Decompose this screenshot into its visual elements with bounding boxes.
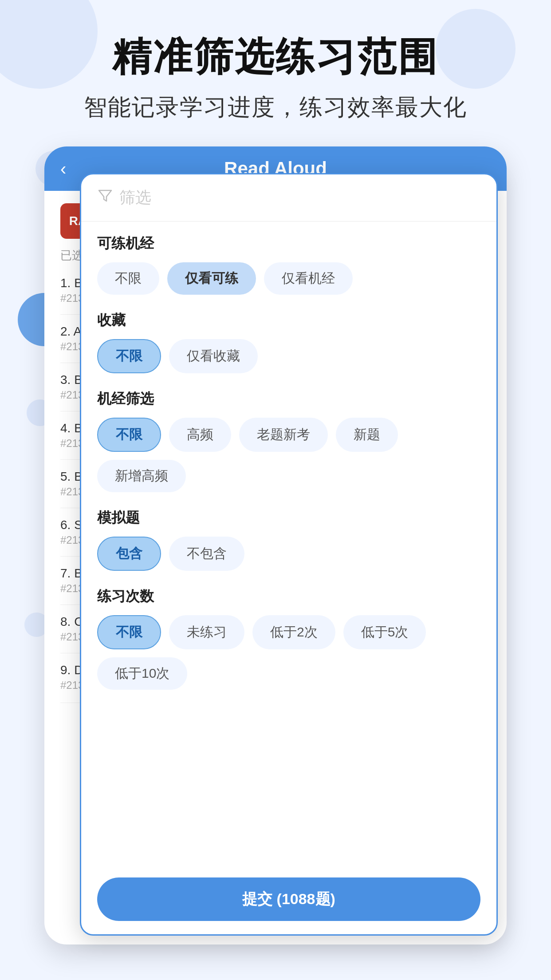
header-section: 精准筛选练习范围 智能记录学习进度，练习效率最大化 (0, 36, 551, 123)
option-kexun-only-jijing[interactable]: 仅看机经 (264, 262, 353, 295)
option-lianxi-unpracticed[interactable]: 未练习 (169, 615, 244, 649)
section-title-lianxi: 练习次数 (97, 587, 480, 606)
option-kexun-only-practice[interactable]: 仅看可练 (167, 262, 256, 295)
option-kexun-unlimited[interactable]: 不限 (97, 262, 159, 295)
options-shoucang: 不限 仅看收藏 (97, 339, 480, 373)
option-moni-include[interactable]: 包含 (97, 537, 161, 571)
option-shoucang-unlimited[interactable]: 不限 (97, 339, 161, 373)
filter-header: 筛选 (81, 174, 496, 221)
option-jijing-gaopian[interactable]: 高频 (169, 418, 231, 452)
options-moni: 包含 不包含 (97, 537, 480, 571)
filter-section-lianxi: 练习次数 不限 未练习 低于2次 低于5次 低于10次 (97, 587, 480, 690)
submit-area: 提交 (1088题) (81, 867, 496, 934)
section-title-jijing: 机经筛选 (97, 389, 480, 409)
filter-section-jijing: 机经筛选 不限 高频 老题新考 新题 新增高频 (97, 389, 480, 492)
option-shoucang-only-saved[interactable]: 仅看收藏 (169, 339, 258, 373)
section-title-kexun: 可练机经 (97, 234, 480, 253)
filter-section-shoucang: 收藏 不限 仅看收藏 (97, 311, 480, 373)
option-lianxi-lt10[interactable]: 低于10次 (97, 657, 187, 690)
section-title-moni: 模拟题 (97, 508, 480, 528)
option-lianxi-lt5[interactable]: 低于5次 (343, 615, 426, 649)
filter-title-label: 筛选 (119, 187, 151, 209)
filter-section-kexun: 可练机经 不限 仅看可练 仅看机经 (97, 234, 480, 295)
options-kexun: 不限 仅看可练 仅看机经 (97, 262, 480, 295)
option-jijing-xinzeng[interactable]: 新增高频 (97, 460, 186, 492)
option-jijing-unlimited[interactable]: 不限 (97, 418, 161, 452)
options-lianxi: 不限 未练习 低于2次 低于5次 低于10次 (97, 615, 480, 690)
main-title: 精准筛选练习范围 (35, 36, 516, 79)
filter-icon (97, 188, 113, 208)
option-lianxi-unlimited[interactable]: 不限 (97, 615, 161, 649)
option-jijing-xinti[interactable]: 新题 (336, 418, 398, 452)
back-button[interactable]: ‹ (60, 159, 66, 179)
options-jijing: 不限 高频 老题新考 新题 新增高频 (97, 418, 480, 492)
option-jijing-laoti[interactable]: 老题新考 (239, 418, 328, 452)
sub-title: 智能记录学习进度，练习效率最大化 (35, 92, 516, 123)
submit-button[interactable]: 提交 (1088题) (97, 877, 480, 921)
option-lianxi-lt2[interactable]: 低于2次 (252, 615, 335, 649)
filter-section-moni: 模拟题 包含 不包含 (97, 508, 480, 571)
option-moni-exclude[interactable]: 不包含 (169, 537, 244, 571)
section-title-shoucang: 收藏 (97, 311, 480, 330)
filter-modal: 筛选 可练机经 不限 仅看可练 仅看机经 收藏 不限 仅看收藏 (80, 173, 498, 936)
phone-container: ‹ Read Aloud RA 已选题目 ○ 1. Book ch... #21… (44, 146, 507, 944)
filter-content: 可练机经 不限 仅看可练 仅看机经 收藏 不限 仅看收藏 机经筛选 不 (81, 221, 496, 867)
